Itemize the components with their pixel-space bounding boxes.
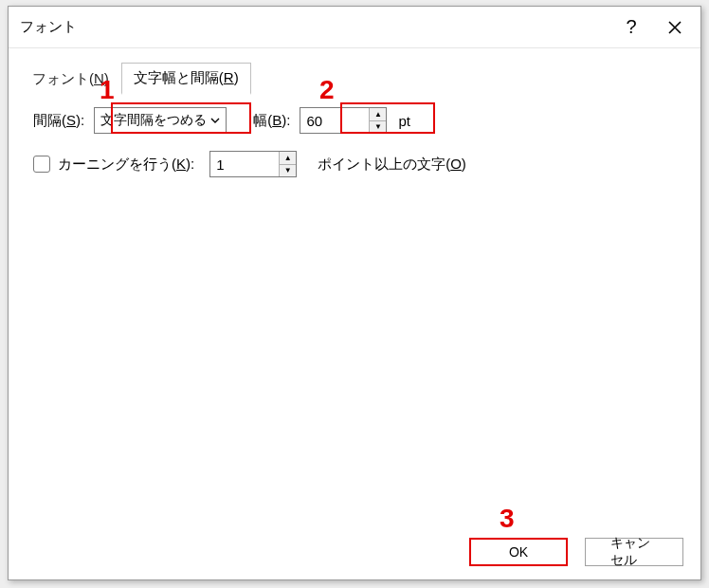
width-spin-buttons: ▲ ▼: [369, 108, 386, 133]
spin-up-icon[interactable]: ▲: [280, 152, 296, 165]
kerning-after-label: ポイント以上の文字(O): [318, 156, 466, 174]
help-button[interactable]: ?: [609, 10, 653, 45]
spin-down-icon[interactable]: ▼: [280, 165, 296, 177]
cancel-button[interactable]: キャンセル: [585, 538, 683, 566]
width-input[interactable]: [300, 108, 369, 133]
spin-down-icon[interactable]: ▼: [370, 121, 386, 134]
row-spacing: 間隔(S): 文字間隔をつめる 幅(B): ▲ ▼ pt: [33, 107, 689, 134]
help-icon: ?: [626, 16, 636, 38]
ok-button[interactable]: OK: [469, 538, 568, 566]
chevron-down-icon: [209, 114, 222, 127]
tab-font[interactable]: フォント(N): [20, 64, 121, 95]
spacing-label: 間隔(S):: [33, 112, 84, 130]
spin-up-icon[interactable]: ▲: [370, 108, 386, 121]
dialog-content: フォント(N) 文字幅と間隔(R) 間隔(S): 文字間隔をつめる 幅(B):: [9, 48, 700, 524]
close-icon: [668, 21, 682, 34]
tab-strip: フォント(N) 文字幅と間隔(R): [20, 62, 689, 94]
font-dialog: フォント ? フォント(N) 文字幅と間隔(R) 間隔(S): 文字間隔をつめる: [8, 6, 701, 580]
kerning-input[interactable]: [210, 152, 279, 176]
kerning-spinner[interactable]: ▲ ▼: [209, 151, 297, 177]
width-spinner[interactable]: ▲ ▼: [300, 107, 387, 134]
kerning-label: カーニングを行う(K):: [58, 156, 194, 174]
width-unit: pt: [398, 113, 410, 129]
spacing-select[interactable]: 文字間隔をつめる: [94, 107, 227, 134]
width-label: 幅(B):: [253, 112, 290, 130]
close-button[interactable]: [653, 10, 697, 45]
kerning-checkbox[interactable]: [33, 156, 50, 173]
tab-spacing[interactable]: 文字幅と間隔(R): [121, 63, 251, 95]
row-kerning: カーニングを行う(K): ▲ ▼ ポイント以上の文字(O): [33, 151, 689, 177]
kerning-spin-buttons: ▲ ▼: [279, 152, 296, 176]
spacing-select-value: 文字間隔をつめる: [100, 112, 209, 129]
window-title: フォント: [20, 18, 609, 36]
dialog-footer: 3 OK キャンセル: [9, 524, 700, 579]
titlebar: フォント ?: [9, 7, 700, 48]
